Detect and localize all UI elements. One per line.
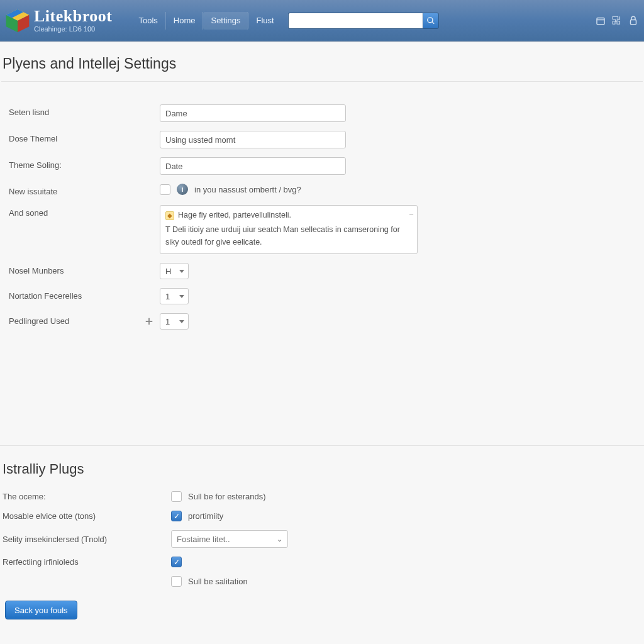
- label-notation: Nortation Fecerelles: [9, 288, 160, 301]
- caret-down-icon: [179, 270, 184, 273]
- brand-tagline: Cleahinge: LD6 100: [34, 26, 112, 33]
- main-nav: Tools Home Settings Flust: [131, 0, 281, 41]
- page: Plyens and Intellej Settings Seten lisnd…: [0, 42, 644, 628]
- select-nosel[interactable]: H: [160, 263, 189, 279]
- notebox-andsoned: – ◆ Hage fiy erited, partevellulinsteli.…: [160, 205, 418, 254]
- info-icon: i: [177, 184, 188, 195]
- label-mosable: Mosable elvice otte (tons): [3, 511, 171, 521]
- search-input[interactable]: [288, 13, 423, 29]
- hint-newissuitate: in you nassust ombertt / bvg?: [194, 185, 301, 194]
- label-dose: Dose Themel: [9, 131, 160, 143]
- row-nosel: Nosel Munbers H: [9, 263, 644, 279]
- page-title: Plyens and Intellej Settings: [1, 42, 643, 82]
- row-refect: Rerfectiing irfinioleds: [3, 557, 644, 567]
- chk-label-oceme: Sull be for esterands): [188, 492, 266, 501]
- note-badge-icon: ◆: [165, 211, 174, 220]
- nav-home[interactable]: Home: [166, 12, 204, 30]
- collapse-icon[interactable]: –: [409, 208, 413, 219]
- svg-rect-4: [597, 18, 604, 25]
- select-notation[interactable]: 1: [160, 288, 189, 304]
- chk-label-extra: Sull be salitation: [188, 577, 248, 586]
- nav-tools[interactable]: Tools: [131, 12, 165, 30]
- logo-block: Litekbroot Cleahinge: LD6 100: [4, 0, 112, 41]
- top-bar: Litekbroot Cleahinge: LD6 100 Tools Home…: [0, 0, 644, 42]
- label-oceme: The oceme:: [3, 492, 171, 501]
- checkbox-refect[interactable]: [171, 557, 182, 567]
- box-icon[interactable]: [595, 15, 606, 26]
- checkbox-extra[interactable]: [171, 576, 182, 587]
- row-andsoned: And soned – ◆ Hage fiy erited, partevell…: [9, 205, 644, 254]
- caret-down-icon: [179, 320, 184, 323]
- header-icons: [595, 15, 639, 26]
- label-selity: Selity imsekinclersed (Tnold): [3, 535, 171, 544]
- input-seten[interactable]: [160, 104, 346, 122]
- chk-label-mosable: prortimiity: [188, 511, 223, 521]
- checkbox-newissuitate[interactable]: [160, 184, 170, 195]
- row-dose: Dose Themel: [9, 131, 644, 148]
- row-seten: Seten lisnd: [9, 104, 644, 122]
- chevron-down-icon: ⌄: [277, 535, 282, 543]
- label-andsoned: And soned: [9, 205, 160, 218]
- label-seten: Seten lisnd: [9, 104, 160, 117]
- section-title-plugs: Istralliy Plugs: [0, 446, 644, 491]
- note-body: T Deli itioiy ane urduij uiur seatch Man…: [165, 224, 412, 248]
- row-notation: Nortation Fecerelles 1: [9, 288, 644, 304]
- label-nosel: Nosel Munbers: [9, 263, 160, 275]
- row-mosable: Mosable elvice otte (tons) prortimiity: [3, 511, 644, 521]
- plugs-panel: The oceme: Sull be for esterands) Mosabl…: [0, 491, 644, 628]
- logo-cube-icon: [4, 7, 31, 35]
- nav-flust[interactable]: Flust: [248, 12, 281, 30]
- select-selity[interactable]: Fostaime litet.. ⌄: [171, 530, 288, 548]
- plus-icon[interactable]: [145, 317, 153, 326]
- checkbox-mosable[interactable]: [171, 511, 182, 521]
- label-refect: Rerfectiing irfinioleds: [3, 557, 171, 567]
- note-title: Hage fiy erited, partevellulinsteli.: [178, 209, 291, 221]
- input-theme[interactable]: [160, 157, 346, 175]
- label-pedlingred: Pedlingred Used: [9, 313, 160, 326]
- label-theme: Theme Soling:: [9, 157, 160, 170]
- nav-settings[interactable]: Settings: [203, 12, 248, 30]
- input-dose[interactable]: [160, 131, 346, 148]
- svg-rect-5: [631, 19, 636, 25]
- select-pedlingred[interactable]: 1: [160, 313, 189, 330]
- checkbox-oceme[interactable]: [171, 491, 182, 502]
- brand-name: Litekbroot: [34, 8, 112, 25]
- search-button[interactable]: [423, 13, 439, 29]
- row-theme: Theme Soling:: [9, 157, 644, 175]
- row-extra: Sull be salitation: [3, 576, 644, 587]
- puzzle-icon[interactable]: [611, 15, 623, 26]
- settings-panel: Seten lisnd Dose Themel Theme Soling: Ne…: [0, 82, 644, 345]
- row-newissuitate: New issuitate i in you nassust ombertt /…: [9, 184, 644, 196]
- save-button[interactable]: Sack you fouls: [5, 601, 77, 619]
- row-pedlingred: Pedlingred Used 1: [9, 313, 644, 330]
- search: [288, 13, 439, 29]
- caret-down-icon: [179, 295, 184, 298]
- row-oceme: The oceme: Sull be for esterands): [3, 491, 644, 502]
- label-newissuitate: New issuitate: [9, 184, 160, 196]
- row-selity: Selity imsekinclersed (Tnold) Fostaime l…: [3, 530, 644, 548]
- search-icon: [426, 16, 435, 25]
- lock-icon[interactable]: [628, 15, 639, 26]
